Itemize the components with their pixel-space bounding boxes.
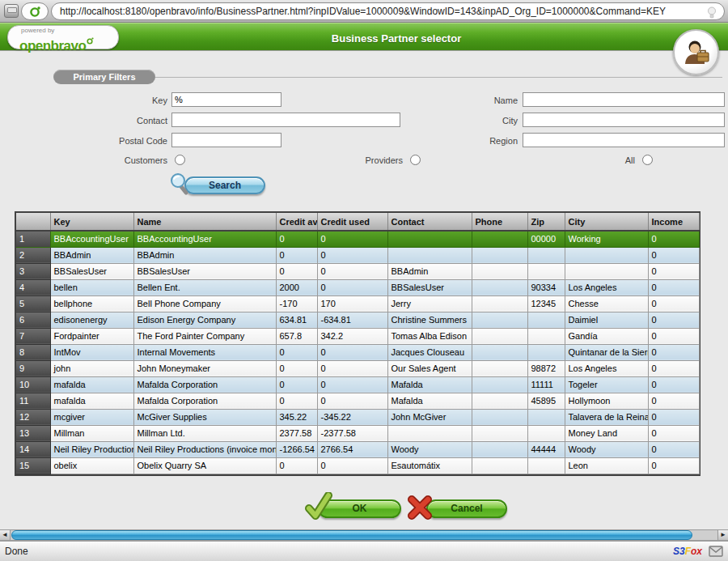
- table-row[interactable]: 7 Fordpainter The Ford Painter Company 6…: [16, 328, 699, 344]
- name-cell[interactable]: Edison Energy Company: [133, 312, 276, 328]
- key-cell[interactable]: obelix: [50, 457, 133, 474]
- table-row[interactable]: 8 IntMov Internal Movements 0 0 Jacques …: [16, 344, 699, 360]
- table-row[interactable]: 12 mcgiver McGiver Supplies 345.22 -345.…: [16, 409, 699, 425]
- phone-cell[interactable]: [472, 295, 527, 312]
- city-cell[interactable]: Talavera de la Reina: [565, 409, 648, 425]
- zip-cell[interactable]: [527, 457, 565, 474]
- phone-cell[interactable]: [472, 360, 527, 376]
- name-cell[interactable]: The Ford Painter Company: [133, 328, 276, 344]
- key-cell[interactable]: mafalda: [50, 376, 133, 393]
- key-cell[interactable]: bellen: [50, 279, 133, 295]
- col-city[interactable]: City: [565, 213, 648, 231]
- phone-cell[interactable]: [472, 279, 527, 295]
- contact-cell[interactable]: Jerry: [387, 295, 472, 312]
- row-number-cell[interactable]: 9: [16, 360, 50, 376]
- key-cell[interactable]: BBAccountingUser: [50, 231, 133, 247]
- credit-available-cell[interactable]: 634.81: [276, 312, 317, 328]
- city-cell[interactable]: Leon: [565, 457, 648, 474]
- income-cell[interactable]: 0: [648, 344, 699, 360]
- contact-cell[interactable]: [387, 247, 472, 263]
- income-cell[interactable]: 0: [648, 441, 699, 457]
- credit-available-cell[interactable]: -170: [276, 295, 317, 312]
- lightbulb-icon[interactable]: [706, 6, 717, 19]
- col-key[interactable]: Key: [50, 213, 133, 231]
- zip-cell[interactable]: [527, 263, 565, 279]
- table-row[interactable]: 6 edisonenergy Edison Energy Company 634…: [16, 312, 699, 328]
- row-number-cell[interactable]: 13: [16, 425, 50, 441]
- income-cell[interactable]: 0: [648, 328, 699, 344]
- credit-used-cell[interactable]: 0: [317, 231, 387, 247]
- name-cell[interactable]: BBAccountingUser: [133, 231, 276, 247]
- city-cell[interactable]: Togeler: [565, 376, 648, 393]
- key-cell[interactable]: bellphone: [50, 295, 133, 312]
- credit-used-cell[interactable]: -634.81: [317, 312, 387, 328]
- income-cell[interactable]: 0: [648, 425, 699, 441]
- key-cell[interactable]: edisonenergy: [50, 312, 133, 328]
- phone-cell[interactable]: [472, 457, 527, 474]
- key-cell[interactable]: Neil Riley Productions: [50, 441, 133, 457]
- credit-used-cell[interactable]: -345.22: [317, 409, 387, 425]
- region-input[interactable]: [523, 133, 725, 147]
- credit-used-cell[interactable]: 0: [317, 457, 387, 474]
- city-cell[interactable]: Working: [565, 231, 648, 247]
- table-row[interactable]: 1 BBAccountingUser BBAccountingUser 0 0 …: [16, 231, 699, 247]
- name-cell[interactable]: Internal Movements: [133, 344, 276, 360]
- zip-cell[interactable]: [527, 328, 565, 344]
- income-cell[interactable]: 0: [648, 247, 699, 263]
- col-zip[interactable]: Zip: [527, 213, 565, 231]
- name-cell[interactable]: Neil Riley Productions (invoice monthly): [133, 441, 276, 457]
- credit-used-cell[interactable]: 0: [317, 344, 387, 360]
- table-row[interactable]: 3 BBSalesUser BBSalesUser 0 0 BBAdmin 0: [16, 263, 699, 279]
- key-cell[interactable]: john: [50, 360, 133, 376]
- credit-available-cell[interactable]: 2000: [276, 279, 317, 295]
- name-cell[interactable]: John Moneymaker: [133, 360, 276, 376]
- key-cell[interactable]: mafalda: [50, 393, 133, 409]
- col-income[interactable]: Income: [648, 213, 699, 231]
- credit-available-cell[interactable]: 0: [276, 247, 317, 263]
- row-number-cell[interactable]: 10: [16, 376, 50, 393]
- zip-cell[interactable]: 12345: [527, 295, 565, 312]
- contact-input[interactable]: [171, 113, 400, 127]
- browser-home-icon[interactable]: [4, 4, 19, 18]
- contact-cell[interactable]: Our Sales Agent: [387, 360, 472, 376]
- credit-available-cell[interactable]: 0: [276, 457, 317, 474]
- zip-cell[interactable]: 11111: [527, 376, 565, 393]
- row-number-cell[interactable]: 3: [16, 263, 50, 279]
- credit-used-cell[interactable]: 342.2: [317, 328, 387, 344]
- credit-used-cell[interactable]: -2377.58: [317, 425, 387, 441]
- credit-used-cell[interactable]: 0: [317, 376, 387, 393]
- zip-cell[interactable]: [527, 344, 565, 360]
- name-cell[interactable]: BBAdmin: [133, 247, 276, 263]
- contact-cell[interactable]: Esautomátix: [387, 457, 472, 474]
- s3fox-logo[interactable]: S3Fox: [673, 546, 702, 557]
- contact-cell[interactable]: Christine Summers: [387, 312, 472, 328]
- name-cell[interactable]: Bell Phone Company: [133, 295, 276, 312]
- providers-radio[interactable]: [410, 155, 421, 165]
- row-number-cell[interactable]: 7: [16, 328, 50, 344]
- name-cell[interactable]: BBSalesUser: [133, 263, 276, 279]
- credit-available-cell[interactable]: 0: [276, 376, 317, 393]
- income-cell[interactable]: 0: [648, 376, 699, 393]
- city-cell[interactable]: Chesse: [565, 295, 648, 312]
- credit-available-cell[interactable]: 0: [276, 344, 317, 360]
- income-cell[interactable]: 0: [648, 295, 699, 312]
- city-cell[interactable]: [565, 247, 648, 263]
- zip-cell[interactable]: [527, 425, 565, 441]
- all-radio[interactable]: [642, 155, 653, 165]
- phone-cell[interactable]: [472, 263, 527, 279]
- credit-available-cell[interactable]: 0: [276, 393, 317, 409]
- credit-used-cell[interactable]: 0: [317, 393, 387, 409]
- city-cell[interactable]: Hollymoon: [565, 393, 648, 409]
- table-row[interactable]: 10 mafalda Mafalda Corporation 0 0 Mafal…: [16, 376, 699, 393]
- income-cell[interactable]: 0: [648, 231, 699, 247]
- table-row[interactable]: 5 bellphone Bell Phone Company -170 170 …: [16, 295, 699, 312]
- city-cell[interactable]: Daimiel: [565, 312, 648, 328]
- horizontal-scrollbar[interactable]: ◄ ►: [0, 529, 728, 541]
- name-cell[interactable]: McGiver Supplies: [133, 409, 276, 425]
- name-cell[interactable]: Obelix Quarry SA: [133, 457, 276, 474]
- row-number-cell[interactable]: 4: [16, 279, 50, 295]
- key-cell[interactable]: mcgiver: [50, 409, 133, 425]
- income-cell[interactable]: 0: [648, 393, 699, 409]
- phone-cell[interactable]: [472, 425, 527, 441]
- zip-cell[interactable]: [527, 312, 565, 328]
